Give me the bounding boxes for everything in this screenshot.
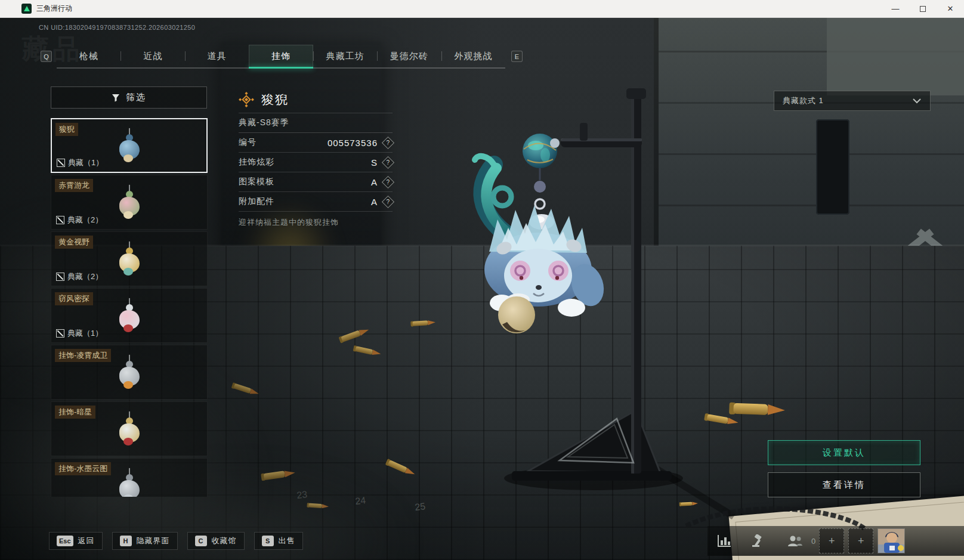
filter-icon <box>112 94 120 102</box>
charm-list: 狻猊典藏（1）赤霄游龙典藏（2）黄金视野典藏（2）窃风密探典藏（1）挂饰-凌霄成… <box>51 118 209 497</box>
detail-row: 附加配件A? <box>239 191 393 211</box>
detail-row: 编号005573536? <box>239 132 393 152</box>
charm-thumbnail <box>116 468 143 497</box>
detail-row-label: 挂饰炫彩 <box>239 157 274 168</box>
tab-2[interactable]: 近战 <box>120 45 184 67</box>
keycap: C <box>195 536 207 546</box>
detail-row-label: 附加配件 <box>239 196 274 207</box>
charm-name-badge: 窃风密探 <box>55 292 93 305</box>
detail-row: 挂饰炫彩S? <box>239 152 393 172</box>
help-icon[interactable]: ? <box>382 156 394 168</box>
collection-icon <box>57 159 65 167</box>
charm-list-item[interactable]: 赤霄游龙典藏（2） <box>51 175 208 230</box>
app-logo-icon <box>21 4 32 14</box>
charm-list-item[interactable]: 挂饰-凌霄成卫 <box>51 345 208 400</box>
charm-list-item[interactable]: 挂饰-水墨云图 <box>51 458 208 497</box>
help-icon[interactable]: ? <box>382 175 394 188</box>
detail-row-label: 编号 <box>239 137 257 148</box>
maximize-button[interactable] <box>909 0 937 17</box>
tab-7[interactable]: 外观挑战 <box>441 45 505 67</box>
view-details-button[interactable]: 查看详情 <box>768 472 920 497</box>
tab-6[interactable]: 曼德尔砖 <box>377 45 441 67</box>
social-bar: 0 + + <box>707 526 964 556</box>
tab-1[interactable]: 枪械 <box>57 45 120 67</box>
add-slot-button[interactable]: + <box>848 528 873 553</box>
os-titlebar: 三角洲行动 — ✕ <box>0 0 964 18</box>
avatar-image <box>878 529 905 553</box>
detail-panel: 狻猊 典藏-S8赛季 编号005573536?挂饰炫彩S?图案模板A?附加配件A… <box>239 86 393 228</box>
collection-count-badge: 典藏（2） <box>56 271 103 282</box>
collection-quality-icon <box>239 92 254 107</box>
friends-icon <box>787 534 804 547</box>
close-button[interactable]: ✕ <box>937 0 964 17</box>
tab-3[interactable]: 道具 <box>185 45 249 67</box>
auction-button[interactable] <box>741 528 774 553</box>
charm-list-item[interactable]: 窃风密探典藏（1） <box>51 288 208 343</box>
charm-name-badge: 狻猊 <box>55 123 78 136</box>
charm-thumbnail <box>116 128 143 162</box>
collection-icon <box>56 216 64 224</box>
detail-row-value: S <box>371 157 378 168</box>
keycap: H <box>120 536 132 546</box>
crate-latch <box>816 119 849 215</box>
shortcut-label: 返回 <box>78 536 95 546</box>
tab-5[interactable]: 典藏工坊 <box>313 45 377 67</box>
shortcut-bar: Esc返回H隐藏界面C收藏馆S出售 <box>49 532 303 550</box>
style-dropdown-value: 典藏款式 1 <box>783 95 824 106</box>
shortcut-esc[interactable]: Esc返回 <box>49 532 103 550</box>
shortcut-c[interactable]: C收藏馆 <box>187 532 245 550</box>
bar-chart-icon <box>717 534 731 547</box>
shortcut-label: 隐藏界面 <box>137 536 170 546</box>
shortcut-h[interactable]: H隐藏界面 <box>112 532 178 550</box>
game-viewport: 23 24 25 藏品 CN UID:183020491970838731252… <box>0 18 964 560</box>
prev-tab-keycap[interactable]: Q <box>41 51 52 62</box>
shortcut-s[interactable]: S出售 <box>254 532 303 550</box>
season-row: 典藏-S8赛季 <box>239 113 393 132</box>
filter-button[interactable]: 筛选 <box>51 86 207 109</box>
charm-list-item[interactable]: 挂饰-暗星 <box>51 401 208 456</box>
keycap: Esc <box>57 536 73 546</box>
collection-icon <box>56 329 64 338</box>
category-tabbar: 枪械近战道具挂饰典藏工坊曼德尔砖外观挑战 <box>57 45 505 69</box>
filter-label: 筛选 <box>126 92 146 103</box>
keycap: S <box>262 536 274 546</box>
next-tab-keycap[interactable]: E <box>511 51 523 62</box>
charm-name-badge: 挂饰-凌霄成卫 <box>55 349 111 362</box>
help-icon[interactable]: ? <box>382 195 394 208</box>
detail-row-value: A <box>371 197 378 207</box>
charm-thumbnail <box>116 242 143 275</box>
style-dropdown[interactable]: 典藏款式 1 <box>774 91 931 111</box>
charm-list-item[interactable]: 黄金视野典藏（2） <box>51 231 208 286</box>
charm-name-badge: 赤霄游龙 <box>55 179 93 192</box>
help-icon[interactable]: ? <box>382 136 394 148</box>
set-default-button[interactable]: 设置默认 <box>768 440 920 465</box>
tab-4[interactable]: 挂饰 <box>249 45 313 67</box>
minimize-button[interactable]: — <box>882 0 909 17</box>
window-title: 三角洲行动 <box>36 4 72 14</box>
charm-thumbnail <box>116 355 143 388</box>
charm-title: 狻猊 <box>261 91 289 108</box>
collection-count-badge: 典藏（1） <box>57 157 103 168</box>
charm-list-item[interactable]: 狻猊典藏（1） <box>51 118 208 173</box>
detail-row-value: 005573536 <box>327 138 378 148</box>
shortcut-label: 出售 <box>279 536 295 546</box>
charm-thumbnail <box>116 185 143 218</box>
charm-thumbnail <box>116 412 143 445</box>
detail-row: 图案模板A? <box>239 172 393 191</box>
add-slot-button[interactable]: + <box>819 528 844 553</box>
shortcut-label: 收藏馆 <box>212 536 237 546</box>
season-label: 典藏-S8赛季 <box>239 117 289 128</box>
friends-button[interactable] <box>774 528 816 553</box>
player-avatar[interactable] <box>878 528 905 553</box>
detail-row-value: A <box>371 177 378 187</box>
charm-name-badge: 挂饰-水墨云图 <box>55 462 111 475</box>
collection-count-badge: 典藏（1） <box>56 328 103 339</box>
scene-crate-top-right <box>827 18 964 95</box>
app-window: 三角洲行动 — ✕ <box>0 0 964 560</box>
detail-row-label: 图案模板 <box>239 177 274 187</box>
charm-name-badge: 黄金视野 <box>55 236 93 249</box>
charm-name-badge: 挂饰-暗星 <box>55 406 95 419</box>
stats-button[interactable] <box>707 528 741 553</box>
charm-thumbnail <box>116 298 143 332</box>
uid-text: CN UID:183020491970838731252.20260302125… <box>39 24 195 31</box>
